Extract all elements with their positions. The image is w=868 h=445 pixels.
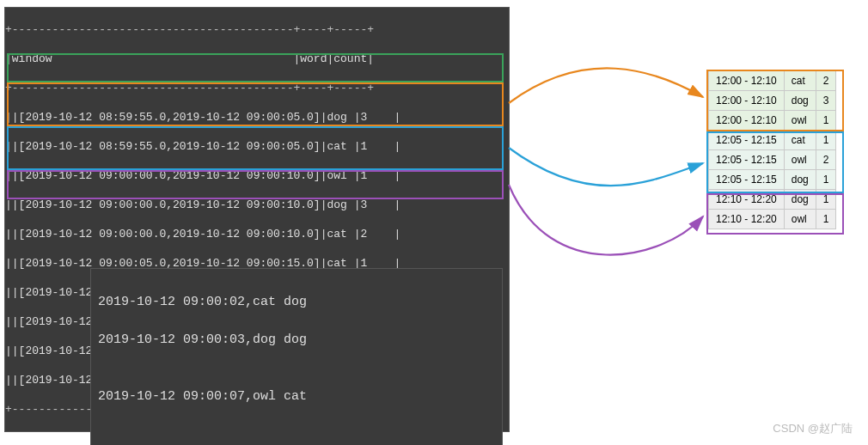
cell-window: 12:00 - 12:10 <box>709 111 785 131</box>
cell-word: owl <box>784 111 816 131</box>
group-box-blue <box>7 126 504 170</box>
cell-window: 12:05 - 12:15 <box>709 150 785 170</box>
cell-word: dog <box>784 170 816 190</box>
input-line: 2019-10-12 09:00:02,cat dog <box>98 293 495 312</box>
cell-window: 12:10 - 12:20 <box>709 210 785 229</box>
cell-count: 1 <box>816 170 836 190</box>
cell-count: 3 <box>816 91 836 111</box>
cell-word: cat <box>784 131 816 150</box>
table-row: ||[2019-10-12 09:00:00.0,2019-10-12 09:0… <box>5 227 509 241</box>
cell-word: owl <box>784 150 816 170</box>
arrow-blue <box>509 148 703 186</box>
cell-count: 2 <box>816 71 836 91</box>
table-row: 12:05 - 12:15dog1 <box>709 170 836 190</box>
table-row: 12:10 - 12:20owl1 <box>709 210 836 229</box>
terminal-input-stream: 2019-10-12 09:00:02,cat dog 2019-10-12 0… <box>90 268 503 445</box>
cell-word: dog <box>784 190 816 210</box>
watermark: CSDN @赵广陆 <box>773 421 853 436</box>
cell-window: 12:00 - 12:10 <box>709 91 785 111</box>
group-box-green <box>7 53 504 82</box>
table-row: 12:05 - 12:15cat1 <box>709 131 836 150</box>
cell-count: 2 <box>816 150 836 170</box>
table-row: 12:00 - 12:10dog3 <box>709 91 836 111</box>
cell-count: 1 <box>816 210 836 229</box>
cell-word: dog <box>784 91 816 111</box>
arrow-purple <box>509 185 703 255</box>
table-row: 12:00 - 12:10cat2 <box>709 71 836 91</box>
cell-window: 12:00 - 12:10 <box>709 71 785 91</box>
table-row: 12:10 - 12:20dog1 <box>709 190 836 210</box>
table-border-top: +---------------------------------------… <box>5 22 509 37</box>
cell-word: owl <box>784 210 816 229</box>
group-box-orange <box>7 82 504 126</box>
summary-table: 12:00 - 12:10cat2 12:00 - 12:10dog3 12:0… <box>708 70 836 229</box>
cell-count: 1 <box>816 111 836 131</box>
cell-count: 1 <box>816 190 836 210</box>
arrow-orange <box>509 68 703 103</box>
group-box-purple <box>7 170 504 199</box>
input-line: 2019-10-12 09:00:07,owl cat <box>98 387 495 406</box>
table-row: 12:00 - 12:10owl1 <box>709 111 836 131</box>
cell-window: 12:10 - 12:20 <box>709 190 785 210</box>
cell-count: 1 <box>816 131 836 150</box>
cell-window: 12:05 - 12:15 <box>709 170 785 190</box>
table-row: ||[2019-10-12 09:00:00.0,2019-10-12 09:0… <box>5 198 509 212</box>
cell-window: 12:05 - 12:15 <box>709 131 785 150</box>
table-row: 12:05 - 12:15owl2 <box>709 150 836 170</box>
input-line: 2019-10-12 09:00:03,dog dog <box>98 331 495 350</box>
cell-word: cat <box>784 71 816 91</box>
